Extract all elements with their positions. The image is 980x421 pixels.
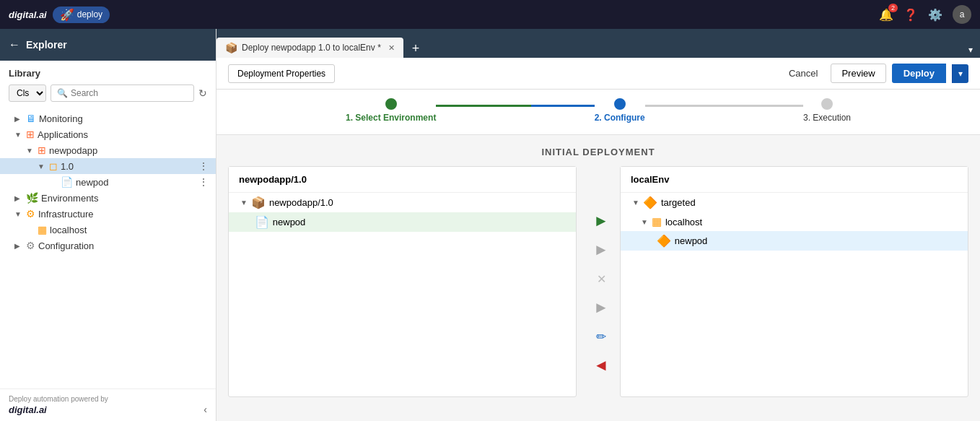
sidebar-item-1-0[interactable]: ▼ ◻ 1.0 ⋮: [0, 158, 216, 174]
server-icon: ▦: [652, 215, 662, 228]
chevron-icon: ▼: [632, 199, 639, 207]
context-menu-button[interactable]: ⋮: [197, 160, 210, 172]
search-input[interactable]: [71, 88, 188, 98]
sidebar-item-applications[interactable]: ▼ ⊞ Applications: [0, 126, 216, 142]
sidebar-item-newpod[interactable]: 📄 newpod ⋮: [0, 174, 216, 190]
sidebar-item-label: Monitoring: [39, 113, 210, 124]
notification-icon[interactable]: 🔔 2: [879, 8, 893, 22]
left-panel: newpodapp/1.0 ▼ 📦 newpodapp/1.0 📄 newpod: [228, 166, 577, 397]
step-circle: [614, 98, 626, 110]
cancel-button[interactable]: Cancel: [782, 64, 825, 82]
package-icon: 📦: [251, 196, 266, 209]
back-button[interactable]: ←: [9, 38, 20, 51]
step-circle: [385, 98, 397, 110]
chevron-icon: [49, 178, 58, 186]
deploy-action-button[interactable]: ►: [590, 209, 613, 233]
chevron-icon: ▶: [14, 115, 23, 123]
step-configure: 2. Configure: [595, 98, 645, 123]
footer-powered-text: Deploy automation powered by: [9, 395, 108, 403]
exclude-action-button[interactable]: ✕: [590, 267, 613, 290]
active-tab[interactable]: 📦 Deploy newpodapp 1.0 to localEnv * ✕: [216, 38, 403, 58]
steps-line-2: [645, 105, 803, 107]
tab-icon: 📦: [225, 42, 237, 53]
cls-dropdown[interactable]: Cls: [9, 84, 46, 102]
tree-node[interactable]: 🔶 newpod: [621, 231, 968, 251]
version-icon: ◻: [49, 160, 58, 172]
library-label: Library: [9, 68, 207, 79]
sidebar-item-localhost[interactable]: ▦ localhost: [0, 222, 216, 238]
notification-badge: 2: [888, 4, 898, 12]
deploy-content: INITIAL DEPLOYMENT newpodapp/1.0 ▼ 📦 new…: [216, 135, 980, 421]
sidebar-item-label: newpod: [76, 177, 194, 188]
sidebar-item-monitoring[interactable]: ▶ 🖥 Monitoring: [0, 110, 216, 126]
tree-node[interactable]: ▼ ▦ localhost: [621, 212, 968, 231]
settings-icon[interactable]: ⚙️: [928, 8, 942, 22]
chevron-icon: ▶: [14, 242, 23, 250]
right-panel-title: localEnv: [621, 167, 968, 193]
config-icon: ⚙: [26, 240, 35, 251]
main-layout: ← Explorer Library Cls 🔍 ↻ ▶ 🖥 Monito: [0, 29, 980, 421]
skip-all-action-button[interactable]: ►: [590, 296, 613, 319]
sidebar-item-label: Environments: [41, 193, 210, 204]
sidebar-item-label: Infrastructure: [38, 209, 210, 220]
tree-node[interactable]: 📄 newpod: [229, 212, 576, 232]
panel-actions: ► ► ✕ ► ✏: [582, 166, 620, 397]
step-execution: 3. Execution: [803, 98, 851, 123]
tab-close-button[interactable]: ✕: [388, 43, 395, 53]
preview-button[interactable]: Preview: [831, 64, 885, 83]
navbar: digital.ai 🚀 deploy 🔔 2 ❓ ⚙️ a: [0, 0, 980, 29]
refresh-button[interactable]: ↻: [198, 87, 207, 99]
avatar[interactable]: a: [953, 5, 971, 24]
chevron-icon: ▼: [26, 147, 35, 155]
product-name: deploy: [77, 9, 102, 19]
explorer-title: Explorer: [26, 39, 67, 51]
chevron-icon: [249, 218, 251, 226]
search-row: Cls 🔍 ↻: [9, 84, 207, 102]
search-icon: 🔍: [57, 88, 68, 98]
file-icon: 📄: [255, 215, 269, 229]
node-label: targeted: [661, 197, 696, 208]
help-icon[interactable]: ❓: [904, 8, 918, 22]
pod-icon: 🔶: [657, 234, 671, 248]
chevron-icon: ▼: [14, 131, 23, 139]
tab-dropdown-button[interactable]: ▾: [961, 42, 980, 58]
tree-node[interactable]: ▼ 🔶 targeted: [621, 193, 968, 212]
context-menu-button[interactable]: ⋮: [197, 176, 210, 188]
collapse-sidebar-button[interactable]: ‹: [204, 404, 207, 415]
deploy-dropdown-button[interactable]: ▾: [952, 64, 968, 83]
deploy-button[interactable]: Deploy: [892, 64, 946, 83]
add-tab-button[interactable]: +: [403, 39, 429, 58]
undeploy-action-button[interactable]: ◄: [590, 354, 613, 377]
right-panel: localEnv ▼ 🔶 targeted ▼ ▦ localhost: [620, 166, 968, 397]
sidebar-item-label: newpodapp: [49, 145, 210, 156]
steps-container: 1. Select Environment 2. Configure 3. Ex…: [346, 98, 851, 123]
step-select-env: 1. Select Environment: [346, 98, 436, 123]
skip-action-button[interactable]: ►: [590, 238, 613, 261]
content-area: 📦 Deploy newpodapp 1.0 to localEnv * ✕ +…: [216, 29, 980, 421]
step-label: 2. Configure: [595, 113, 645, 123]
app-icon: ⊞: [38, 144, 46, 156]
deployment-properties-button[interactable]: Deployment Properties: [228, 64, 335, 83]
footer-logo: digital.ai: [9, 404, 108, 415]
tree-node[interactable]: ▼ 📦 newpodapp/1.0: [229, 193, 576, 212]
sidebar-item-environments[interactable]: ▶ 🌿 Environments: [0, 190, 216, 206]
environments-icon: 🌿: [26, 192, 38, 204]
tree: ▶ 🖥 Monitoring ▼ ⊞ Applications ▼ ⊞ newp…: [0, 106, 216, 389]
applications-icon: ⊞: [26, 129, 35, 140]
sidebar-item-infrastructure[interactable]: ▼ ⚙ Infrastructure: [0, 206, 216, 222]
sidebar-item-newpodapp[interactable]: ▼ ⊞ newpodapp: [0, 142, 216, 158]
sidebar-item-label: localhost: [50, 225, 210, 235]
edit-action-button[interactable]: ✏: [590, 325, 613, 348]
deploy-badge: 🚀 deploy: [53, 6, 110, 23]
chevron-icon: ▼: [38, 162, 46, 170]
chevron-icon: ▼: [240, 199, 248, 207]
node-label: newpodapp/1.0: [269, 197, 333, 208]
step-label: 1. Select Environment: [346, 113, 436, 123]
chevron-icon: [26, 226, 35, 234]
toolbar-right: Cancel Preview Deploy ▾: [782, 64, 968, 83]
chevron-icon: ▶: [14, 194, 23, 202]
sidebar-item-configuration[interactable]: ▶ ⚙ Configuration: [0, 238, 216, 253]
sidebar-header: ← Explorer: [0, 29, 216, 61]
node-label: newpod: [675, 235, 708, 246]
step-label: 3. Execution: [803, 113, 851, 123]
